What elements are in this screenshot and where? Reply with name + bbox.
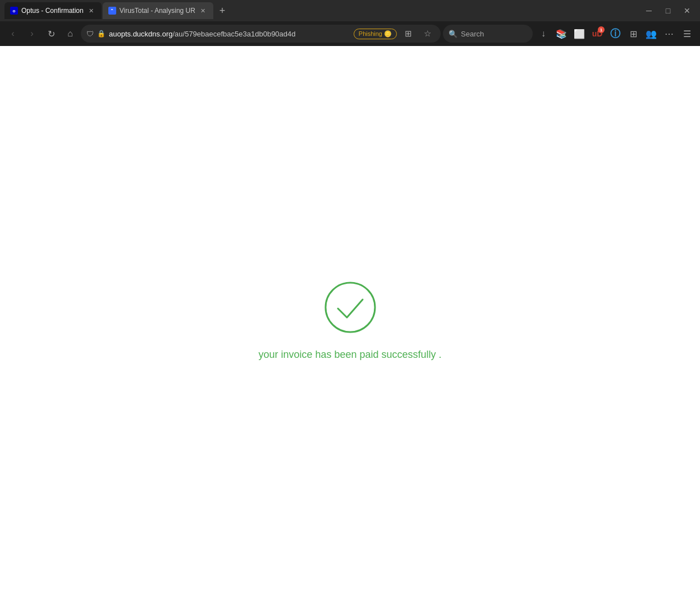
phishing-coin-icon: 🪙 (384, 30, 392, 38)
optus-favicon: o (10, 7, 18, 15)
info-icon[interactable]: ⓘ (607, 25, 624, 42)
search-text: Search (461, 30, 484, 38)
tab-optus-close[interactable]: ✕ (87, 6, 96, 15)
page-content: your invoice has been paid successfully … (0, 46, 700, 594)
address-bar[interactable]: 🛡 🔒 auopts.duckdns.org/au/579ebaecefbac5… (81, 25, 441, 43)
browser-chrome: o Optus - Confirmation ✕ ⌃ VirusTotal - … (0, 0, 700, 46)
phishing-label: Phishing (359, 30, 382, 37)
ublock-badge: 1 (598, 26, 605, 33)
success-message: your invoice has been paid successfully … (258, 349, 441, 361)
maximize-button[interactable]: □ (660, 2, 676, 19)
tab-virustotal-close[interactable]: ✕ (199, 6, 208, 15)
refresh-button[interactable]: ↻ (43, 25, 60, 42)
extensions-grid-icon[interactable]: ⊞ (625, 25, 642, 42)
more-options-icon[interactable]: ⋯ (661, 25, 678, 42)
svg-point-0 (326, 283, 375, 332)
minimize-button[interactable]: ─ (640, 2, 657, 19)
virustotal-favicon: ⌃ (108, 7, 116, 15)
nav-bar: ‹ › ↻ ⌂ 🛡 🔒 auopts.duckdns.org/au/579eba… (0, 21, 700, 46)
success-checkmark-icon (322, 279, 378, 335)
friends-icon[interactable]: 👥 (643, 25, 660, 42)
phishing-badge[interactable]: Phishing 🪙 (354, 29, 397, 39)
new-tab-button[interactable]: + (214, 3, 230, 19)
tab-virustotal-label: VirusTotal - Analysing UR (120, 7, 195, 15)
download-icon[interactable]: ↓ (535, 25, 552, 42)
close-window-button[interactable]: ✕ (679, 2, 696, 19)
grid-icon[interactable]: ⊞ (400, 26, 416, 42)
tab-optus-label: Optus - Confirmation (21, 7, 84, 15)
back-button[interactable]: ‹ (4, 25, 21, 42)
tab-virustotal[interactable]: ⌃ VirusTotal - Analysing UR ✕ (103, 2, 213, 19)
lock-icon: 🔒 (97, 30, 106, 38)
url-path: /au/579ebaecefbac5e3a1db0b90ad4d (172, 30, 295, 38)
home-button[interactable]: ⌂ (62, 25, 79, 42)
search-icon: 🔍 (449, 30, 457, 38)
search-bar[interactable]: 🔍 Search (443, 25, 533, 43)
shield-icon: 🛡 (86, 30, 94, 38)
tab-optus-confirmation[interactable]: o Optus - Confirmation ✕ (4, 2, 102, 19)
address-url-text: auopts.duckdns.org/au/579ebaecefbac5e3a1… (109, 30, 350, 38)
toolbar-icons: ↓ 📚 ⬜ uD 1 ⓘ ⊞ 👥 ⋯ ☰ (535, 25, 696, 42)
ublock-icon[interactable]: uD 1 (589, 25, 606, 42)
bookmark-star-icon[interactable]: ☆ (419, 26, 435, 42)
forward-button[interactable]: › (24, 25, 40, 42)
tab-bar: o Optus - Confirmation ✕ ⌃ VirusTotal - … (0, 0, 700, 21)
url-domain: auopts.duckdns.org (109, 30, 172, 38)
container-icon[interactable]: ⬜ (571, 25, 588, 42)
library-icon[interactable]: 📚 (553, 25, 570, 42)
hamburger-menu-icon[interactable]: ☰ (679, 25, 696, 42)
